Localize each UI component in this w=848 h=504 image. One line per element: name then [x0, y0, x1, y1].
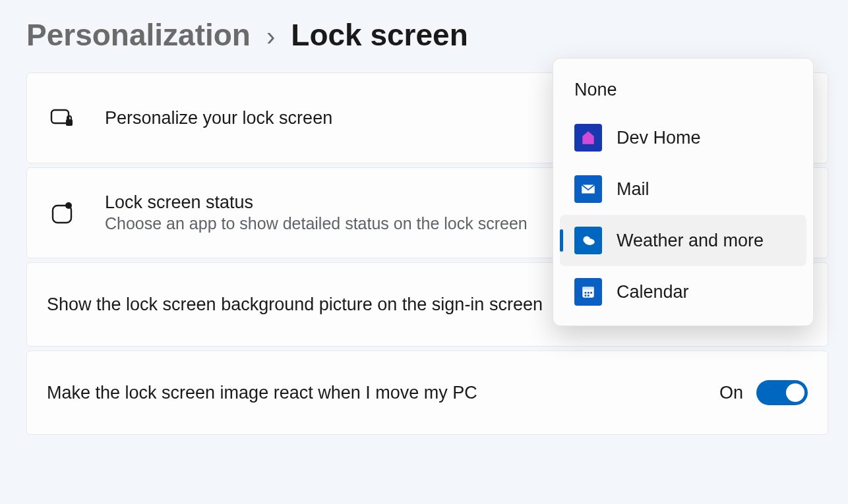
status-icon — [47, 200, 78, 226]
svg-point-6 — [585, 238, 595, 245]
svg-rect-8 — [582, 287, 593, 289]
svg-rect-12 — [585, 294, 587, 296]
svg-point-3 — [65, 202, 72, 209]
dropdown-item-label: Calendar — [617, 282, 689, 302]
breadcrumb: Personalization › Lock screen — [0, 0, 848, 59]
svg-rect-9 — [585, 292, 587, 294]
devhome-icon — [574, 124, 602, 152]
toggle-state-label: On — [719, 383, 743, 403]
chevron-right-icon: › — [266, 19, 275, 51]
calendar-icon — [574, 278, 602, 306]
dropdown-item-label: Weather and more — [617, 231, 764, 251]
breadcrumb-parent[interactable]: Personalization — [26, 17, 251, 53]
dropdown-item-mail[interactable]: Mail — [560, 163, 806, 215]
toggle-image-react[interactable] — [756, 380, 808, 405]
dropdown-item-none[interactable]: None — [560, 68, 806, 112]
status-app-dropdown: None Dev Home Mail Weather and more Cale… — [553, 58, 814, 326]
dropdown-item-calendar[interactable]: Calendar — [560, 266, 806, 318]
svg-rect-1 — [66, 119, 73, 126]
row-image-react: Make the lock screen image react when I … — [26, 350, 828, 435]
dropdown-item-label: Dev Home — [617, 128, 701, 148]
dropdown-item-dev-home[interactable]: Dev Home — [560, 112, 806, 163]
dropdown-item-label: Mail — [617, 179, 650, 200]
mail-icon — [574, 175, 602, 203]
dropdown-item-label: None — [574, 80, 617, 100]
svg-rect-11 — [590, 292, 592, 294]
lock-screen-icon — [47, 105, 78, 131]
svg-rect-13 — [588, 294, 590, 296]
page-title: Lock screen — [291, 17, 468, 53]
svg-rect-10 — [588, 292, 590, 294]
dropdown-item-weather[interactable]: Weather and more — [560, 215, 806, 266]
toggle-knob — [786, 383, 804, 402]
row-title: Make the lock screen image react when I … — [47, 383, 719, 403]
weather-icon — [574, 227, 602, 254]
